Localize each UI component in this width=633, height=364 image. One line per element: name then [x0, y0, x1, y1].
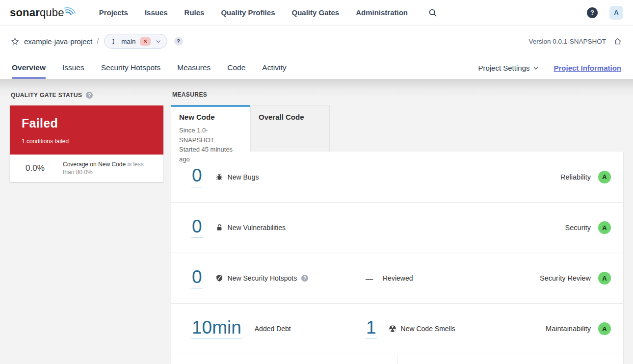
added-debt-meta: Added Debt [255, 325, 291, 333]
code-smell-icon [389, 325, 396, 333]
vulnerabilities-meta: New Vulnerabilities [215, 224, 286, 232]
nav-item-administration[interactable]: Administration [356, 8, 408, 17]
branch-name: main [121, 38, 135, 45]
new-code-smells-label: New Code Smells [401, 325, 455, 333]
maintainability-rating-badge[interactable]: A [598, 322, 611, 335]
maintainability-label: Maintainability [546, 325, 591, 333]
quality-gate-status-card: Failed 1 conditions failed [10, 105, 163, 155]
project-version: Version 0.0.1-SNAPSHOT [528, 38, 606, 45]
tab-activity[interactable]: Activity [262, 57, 286, 79]
measures-tabs: New Code Since 1.0-SNAPSHOT Started 45 m… [171, 105, 623, 152]
reliability-rating: Reliability A [560, 171, 611, 183]
code-smells-group: 1 New Code Smells [366, 318, 455, 339]
condition-description: Coverage on New Code is less than 80.0% [63, 160, 156, 176]
main-nav: Projects Issues Rules Quality Profiles Q… [99, 8, 408, 17]
duplications-cell-partial [397, 354, 623, 364]
top-navigation: sonarqube Projects Issues Rules Quality … [0, 0, 633, 26]
project-tabs: Overview Issues Security Hotspots Measur… [0, 57, 633, 79]
tab-measures[interactable]: Measures [177, 57, 211, 79]
tab-overall-code[interactable]: Overall Code [250, 105, 330, 152]
shield-icon [215, 274, 223, 282]
quality-gate-conditions-count: 1 conditions failed [22, 138, 152, 145]
nav-item-quality-profiles[interactable]: Quality Profiles [221, 8, 275, 17]
reviewed-value: — [366, 274, 373, 283]
measure-row-bugs: 0 New Bugs [171, 152, 623, 202]
quality-gate-status: Failed [22, 116, 152, 130]
sonarqube-logo[interactable]: sonarqube [10, 6, 77, 19]
nav-item-issues[interactable]: Issues [145, 8, 168, 17]
new-bugs-label: New Bugs [228, 173, 259, 181]
reliability-rating-badge[interactable]: A [598, 171, 611, 183]
tab-issues[interactable]: Issues [62, 57, 84, 79]
favorite-star-icon[interactable] [11, 37, 19, 46]
lock-icon [215, 224, 223, 232]
branch-help-icon[interactable]: ? [174, 37, 183, 46]
measures-title-text: MEASURES [172, 92, 207, 98]
new-code-since: Since 1.0-SNAPSHOT [179, 126, 242, 145]
coverage-cell-partial [171, 354, 397, 364]
bug-icon [215, 173, 223, 181]
measure-row-maintainability: 10min Added Debt 1 [171, 303, 623, 354]
tab-overview[interactable]: Overview [12, 57, 46, 79]
hotspots-reviewed-group: — Reviewed [366, 274, 413, 283]
search-icon[interactable] [428, 8, 437, 17]
chevron-down-icon [533, 65, 539, 71]
maintainability-rating: Maintainability A [546, 322, 611, 335]
added-debt-link[interactable]: 10min [191, 318, 242, 339]
logo-text-light: qube [40, 6, 64, 19]
new-code-smells-count-link[interactable]: 1 [366, 318, 377, 339]
breadcrumb: example-java-project / main ✕ ? Version … [0, 26, 633, 57]
code-smells-meta: New Code Smells [389, 325, 455, 333]
reviewed-label: Reviewed [383, 274, 413, 282]
project-information-link[interactable]: Project Information [554, 64, 621, 72]
tab-security-hotspots[interactable]: Security Hotspots [101, 57, 160, 79]
security-label: Security [565, 224, 591, 232]
nav-item-rules[interactable]: Rules [185, 8, 205, 17]
avatar[interactable]: A [609, 6, 623, 20]
help-icon[interactable]: ? [587, 7, 598, 18]
security-rating: Security A [565, 221, 611, 234]
branch-icon [110, 38, 117, 45]
clear-branch-icon[interactable]: ✕ [140, 37, 150, 46]
measures-panel: MEASURES New Code Since 1.0-SNAPSHOT Sta… [171, 92, 623, 364]
reliability-label: Reliability [560, 173, 591, 181]
failed-condition-card[interactable]: 0.0% Coverage on New Code is less than 8… [10, 155, 163, 182]
new-vulnerabilities-count-link[interactable]: 0 [191, 217, 203, 238]
new-vulnerabilities-label: New Vulnerabilities [228, 224, 286, 232]
security-review-rating: Security Review A [540, 272, 611, 285]
branch-selector[interactable]: main ✕ [104, 34, 167, 49]
quality-gate-panel: QUALITY GATE STATUS ? Failed 1 condition… [10, 92, 163, 364]
bugs-meta: New Bugs [215, 173, 259, 181]
nav-item-projects[interactable]: Projects [99, 8, 128, 17]
condition-metric: Coverage on New Code [63, 161, 126, 168]
measures-rows: 0 New Bugs [171, 152, 623, 364]
breadcrumb-separator: / [97, 37, 99, 45]
nav-item-quality-gates[interactable]: Quality Gates [291, 8, 339, 17]
new-security-hotspots-label: New Security Hotspots [228, 274, 297, 282]
new-code-tab-label: New Code [179, 113, 242, 121]
quality-gate-title-text: QUALITY GATE STATUS [11, 92, 82, 99]
security-hotspots-meta: New Security Hotspots ? [215, 274, 309, 282]
project-settings-menu[interactable]: Project Settings [478, 64, 539, 72]
measure-row-partial [171, 354, 623, 364]
new-security-hotspots-count-link[interactable]: 0 [191, 268, 203, 289]
quality-gate-help-icon[interactable]: ? [86, 92, 93, 99]
chevron-down-icon[interactable] [155, 38, 161, 45]
tab-code[interactable]: Code [227, 57, 245, 79]
security-review-rating-badge[interactable]: A [598, 272, 611, 285]
home-icon[interactable] [613, 37, 622, 46]
measures-title: MEASURES [172, 92, 623, 98]
added-debt-label: Added Debt [255, 325, 291, 333]
overall-code-tab-label: Overall Code [259, 113, 321, 121]
logo-swoosh-icon [63, 1, 78, 16]
measure-row-vulnerabilities: 0 New Vulnerabilities Security A [171, 202, 623, 253]
security-rating-badge[interactable]: A [598, 221, 611, 234]
security-hotspots-help-icon[interactable]: ? [301, 275, 308, 282]
project-name-link[interactable]: example-java-project [24, 37, 92, 46]
new-bugs-count-link[interactable]: 0 [191, 166, 203, 187]
quality-gate-title: QUALITY GATE STATUS ? [11, 92, 163, 99]
condition-value: 0.0% [26, 163, 54, 173]
tab-new-code[interactable]: New Code Since 1.0-SNAPSHOT Started 45 m… [171, 105, 250, 152]
overview-content: QUALITY GATE STATUS ? Failed 1 condition… [0, 79, 633, 364]
project-settings-label: Project Settings [478, 64, 529, 72]
